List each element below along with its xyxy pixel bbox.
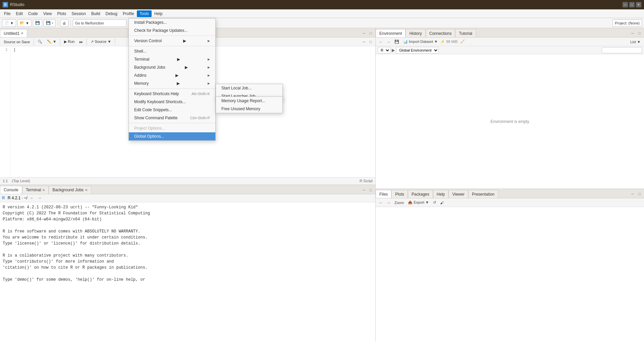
menu-edit[interactable]: Edit xyxy=(13,10,25,17)
menu-file[interactable]: File xyxy=(1,10,13,17)
menu-keyboard-shortcuts[interactable]: Keyboard Shortcuts Help Alt+Shift+K xyxy=(129,90,215,98)
tools-dropdown-menu: Install Packages... Check for Package Up… xyxy=(128,18,216,141)
menu-edit-snippets[interactable]: Edit Code Snippets... xyxy=(129,106,215,114)
menu-view[interactable]: View xyxy=(41,10,55,17)
close-button[interactable]: ✕ xyxy=(636,2,641,7)
terminal-submenu-arrow-icon: ▶ xyxy=(177,57,180,62)
menu-modify-keyboard[interactable]: Modify Keyboard Shortcuts... xyxy=(129,98,215,106)
menu-code[interactable]: Code xyxy=(25,10,41,17)
menu-help[interactable]: Help xyxy=(152,10,165,17)
app-title: RStudio xyxy=(10,2,24,7)
title-bar: R RStudio ─ □ ✕ xyxy=(0,0,644,9)
menu-shell[interactable]: Shell... xyxy=(129,47,215,55)
menu-global-options[interactable]: Global Options... xyxy=(129,132,215,140)
menu-terminal[interactable]: Terminal ▶ xyxy=(129,55,215,63)
submenu-arrow-icon: ▶ xyxy=(183,39,186,43)
command-palette-shortcut: Ctrl+Shift+P xyxy=(190,116,210,120)
window-controls: ─ □ ✕ xyxy=(623,2,641,7)
memory-arrow-icon: ▶ xyxy=(177,81,180,86)
menu-show-command-palette[interactable]: Show Command Palette Ctrl+Shift+P xyxy=(129,114,215,122)
menu-tools[interactable]: Tools xyxy=(137,10,152,17)
menu-memory-usage[interactable]: Memory Usage Report... xyxy=(216,97,282,105)
menu-sep-2 xyxy=(129,46,215,46)
maximize-button[interactable]: □ xyxy=(629,2,635,7)
background-jobs-arrow-icon: ▶ xyxy=(185,65,188,70)
menu-debug[interactable]: Debug xyxy=(103,10,120,17)
menu-session[interactable]: Session xyxy=(69,10,89,17)
menu-bar: File Edit Code View Plots Session Build … xyxy=(0,9,644,18)
menu-sep-1 xyxy=(129,36,215,36)
app-icon: R xyxy=(3,2,8,7)
minimize-button[interactable]: ─ xyxy=(623,2,628,7)
menu-profile[interactable]: Profile xyxy=(120,10,137,17)
memory-submenu: Memory Usage Report... Free Unused Memor… xyxy=(216,96,283,113)
menu-project-options: Project Options... xyxy=(129,124,215,132)
menu-free-unused[interactable]: Free Unused Memory xyxy=(216,105,282,113)
menu-overlay[interactable]: Install Packages... Check for Package Up… xyxy=(0,18,644,341)
menu-addins[interactable]: Addins ▶ xyxy=(129,71,215,79)
menu-version-control[interactable]: Version Control ▶ xyxy=(129,37,215,45)
menu-sep-4 xyxy=(129,123,215,123)
menu-background-jobs[interactable]: Background Jobs ▶ xyxy=(129,63,215,71)
addins-arrow-icon: ▶ xyxy=(175,73,178,78)
menu-plots[interactable]: Plots xyxy=(55,10,69,17)
menu-install-packages[interactable]: Install Packages... xyxy=(129,18,215,26)
menu-build[interactable]: Build xyxy=(89,10,103,17)
menu-start-local-job[interactable]: Start Local Job... xyxy=(216,84,282,92)
menu-memory[interactable]: Memory ▶ xyxy=(129,79,215,87)
keyboard-shortcut-label: Alt+Shift+K xyxy=(192,92,210,96)
menu-check-updates[interactable]: Check for Package Updates... xyxy=(129,26,215,35)
menu-sep-3 xyxy=(129,88,215,89)
